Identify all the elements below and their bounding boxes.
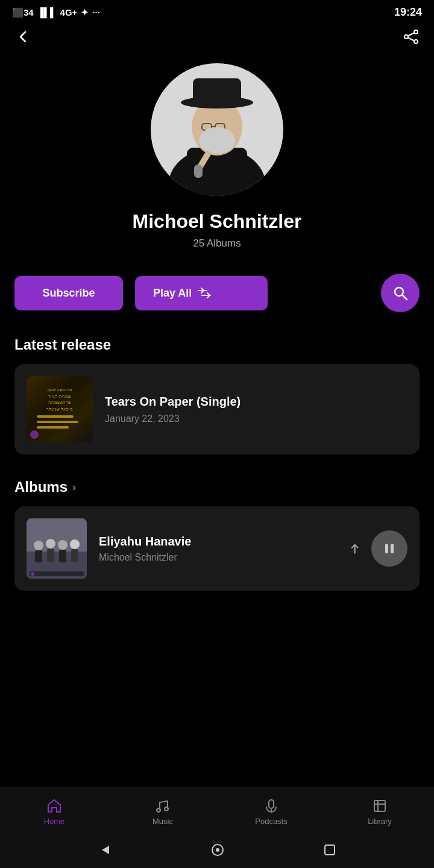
signal-icon: ▐▌▌ bbox=[37, 7, 57, 17]
svg-rect-30 bbox=[71, 549, 78, 562]
android-home-button[interactable] bbox=[211, 843, 224, 857]
svg-line-4 bbox=[408, 38, 414, 41]
svg-line-3 bbox=[408, 33, 414, 36]
svg-point-1 bbox=[404, 35, 408, 39]
svg-rect-31 bbox=[30, 571, 84, 576]
svg-point-0 bbox=[414, 30, 418, 34]
android-back-button[interactable] bbox=[98, 843, 112, 857]
svg-rect-26 bbox=[47, 549, 54, 562]
action-row: Subscribe Play All bbox=[0, 268, 434, 330]
release-date: January 22, 2023 bbox=[105, 414, 241, 424]
share-button[interactable] bbox=[403, 28, 420, 45]
svg-point-36 bbox=[165, 807, 168, 811]
nav-music-label: Music bbox=[153, 817, 173, 826]
svg-rect-24 bbox=[35, 550, 42, 562]
battery-icon: ⬛34 bbox=[12, 7, 34, 18]
svg-point-44 bbox=[216, 848, 219, 852]
nav-podcasts-label: Podcasts bbox=[255, 817, 287, 826]
play-all-label: Play All bbox=[153, 287, 192, 300]
svg-point-27 bbox=[58, 540, 68, 550]
album-title: Eliyahu Hanavie bbox=[99, 535, 335, 549]
more-icon: ··· bbox=[92, 7, 100, 17]
artist-name: Michoel Schnitzler bbox=[133, 210, 302, 233]
release-title: Tears On Paper (Single) bbox=[105, 395, 241, 409]
svg-point-35 bbox=[157, 808, 160, 812]
album-card[interactable]: Eliyahu Hanavie Michoel Schnitzler bbox=[14, 506, 420, 591]
library-icon bbox=[371, 796, 388, 814]
album-info: Eliyahu Hanavie Michoel Schnitzler bbox=[99, 535, 335, 563]
bluetooth-icon: ✦ bbox=[81, 7, 89, 18]
nav-podcasts[interactable]: Podcasts bbox=[247, 796, 295, 826]
svg-rect-33 bbox=[385, 544, 388, 553]
android-nav-bar bbox=[0, 832, 434, 868]
svg-point-23 bbox=[34, 541, 43, 550]
expand-button[interactable] bbox=[344, 538, 365, 559]
android-recents-button[interactable] bbox=[324, 844, 336, 856]
svg-point-29 bbox=[70, 539, 80, 549]
svg-rect-37 bbox=[269, 800, 274, 808]
album-artist: Michoel Schnitzler bbox=[99, 552, 335, 563]
nav-library-label: Library bbox=[368, 817, 392, 826]
nav-music[interactable]: Music bbox=[139, 796, 187, 826]
release-thumbnail: טרנספ ביינשץשמחת הניירשרה&שמחהמיכאל שניצ… bbox=[27, 376, 93, 442]
music-icon bbox=[154, 796, 171, 814]
artist-album-count: 25 Albums bbox=[193, 237, 241, 250]
svg-rect-28 bbox=[59, 550, 66, 562]
latest-release-section-title: Latest release bbox=[0, 330, 434, 364]
network-label: 4G+ bbox=[60, 7, 78, 17]
svg-rect-17 bbox=[194, 165, 203, 178]
back-button[interactable] bbox=[14, 28, 31, 45]
search-button[interactable] bbox=[381, 274, 420, 312]
svg-rect-45 bbox=[325, 845, 335, 855]
nav-home-label: Home bbox=[44, 817, 65, 826]
home-icon bbox=[46, 796, 63, 814]
svg-point-15 bbox=[199, 127, 235, 154]
top-nav bbox=[0, 22, 434, 57]
pause-button[interactable] bbox=[371, 530, 407, 567]
svg-rect-11 bbox=[193, 78, 241, 105]
mic-icon bbox=[263, 796, 280, 814]
svg-point-25 bbox=[46, 539, 55, 549]
nav-home[interactable]: Home bbox=[30, 796, 78, 826]
subscribe-button[interactable]: Subscribe bbox=[14, 276, 123, 310]
albums-section-title: Albums bbox=[14, 479, 68, 495]
svg-point-2 bbox=[414, 40, 418, 43]
svg-marker-42 bbox=[102, 846, 109, 854]
status-time: 19:24 bbox=[394, 6, 422, 19]
albums-section-header[interactable]: Albums › bbox=[0, 473, 434, 506]
artist-avatar bbox=[151, 63, 283, 196]
album-thumbnail bbox=[27, 518, 87, 579]
album-actions bbox=[347, 530, 407, 567]
nav-library[interactable]: Library bbox=[356, 796, 404, 826]
status-bar: ⬛34 ▐▌▌ 4G+ ✦ ··· 19:24 bbox=[0, 0, 434, 22]
albums-chevron-icon: › bbox=[72, 481, 76, 494]
release-info: Tears On Paper (Single) January 22, 2023 bbox=[105, 395, 241, 424]
release-card[interactable]: טרנספ ביינשץשמחת הניירשרה&שמחהמיכאל שניצ… bbox=[14, 364, 420, 454]
svg-rect-34 bbox=[391, 544, 394, 553]
play-all-button[interactable]: Play All bbox=[135, 276, 268, 310]
svg-line-19 bbox=[402, 295, 407, 300]
status-left: ⬛34 ▐▌▌ 4G+ ✦ ··· bbox=[12, 7, 100, 18]
artist-header: Michoel Schnitzler 25 Albums bbox=[0, 57, 434, 268]
bottom-nav: Home Music Podcasts bbox=[0, 787, 434, 832]
svg-point-32 bbox=[31, 572, 34, 576]
svg-rect-39 bbox=[374, 800, 385, 811]
